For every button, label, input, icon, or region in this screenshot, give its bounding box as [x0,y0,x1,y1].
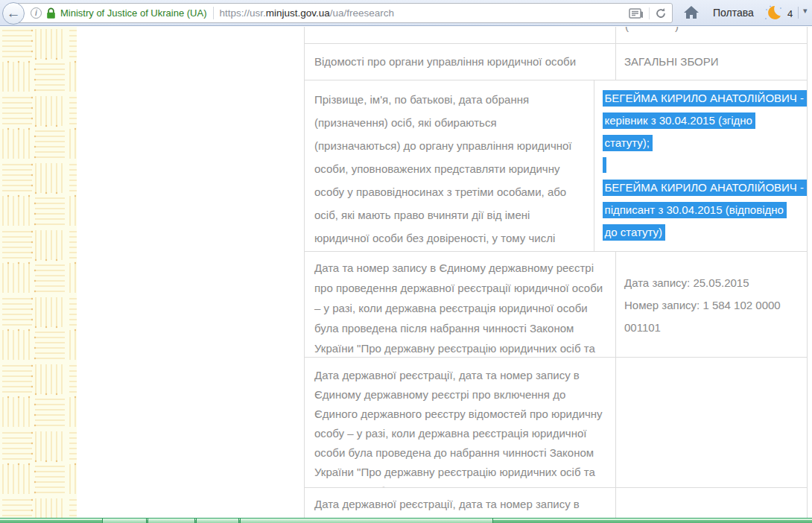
selected-line: керівник з 30.04.2015 (згідно [603,112,755,129]
page-content: ( ) Відомості про органи управління юрид… [0,27,812,523]
navigation-toolbar: ← i Ministry of Justice of Ukraine (UA) … [0,0,812,26]
row-value: ЗАГАЛЬНІ ЗБОРИ [616,44,807,80]
row-value: БЕГЕЙМА КИРИЛО АНАТОЛІЙОВИЧ - керівник з… [594,80,807,251]
url-bar[interactable]: i Ministry of Justice of Ukraine (UA) ht… [13,3,673,23]
lock-icon[interactable] [46,7,56,19]
row-label: Прізвище, ім'я, по батькові, дата обранн… [305,80,594,251]
reload-icon[interactable] [655,7,667,19]
table-row-registration-record: Дата та номер запису в Єдиному державном… [305,252,807,358]
clipped-text-fragment: ( [625,27,629,32]
identity-separator [213,7,214,19]
url-domain: minjust.gov.ua [266,7,330,19]
reader-mode-icon[interactable] [629,8,644,19]
selected-empty-line [603,157,606,173]
record-number: Номер запису: 1 584 102 0000 001101 [624,294,807,339]
registry-table: ( ) Відомості про органи управління юрид… [304,27,808,523]
urlbar-separator [649,7,650,19]
table-row-governing-bodies: Відомості про органи управління юридично… [305,44,807,80]
browser-window: ← i Ministry of Justice of Ukraine (UA) … [0,0,812,523]
selected-text-block[interactable]: БЕГЕЙМА КИРИЛО АНАТОЛІЙОВИЧ - керівник з… [603,80,807,247]
weather-widget[interactable]: 4 [763,4,793,23]
row-label: Відомості про органи управління юридично… [305,44,616,80]
selected-line: до статуту) [603,224,666,241]
row-label: Дата та номер запису в Єдиному державном… [305,252,616,357]
selected-line: підписант з 30.04.2015 (відповідно [603,202,787,218]
page-background-pattern [0,27,77,519]
row-value: ( ) [616,27,807,43]
table-row-state-registration: Дата державної реєстрації, дата та номер… [305,358,807,488]
url-path: /ua/freesearch [330,7,394,19]
page-info-icon[interactable]: i [31,7,42,19]
record-date: Дата запису: 25.05.2015 [624,272,807,294]
weather-moon-icon [763,4,784,23]
home-icon[interactable] [683,4,700,21]
taskbar-button[interactable] [196,519,239,523]
weather-temp: 4 [787,8,793,19]
clipped-text-fragment: ) [675,27,679,32]
taskbar-button[interactable] [240,519,493,523]
row-value: Дата запису: 25.05.2015 Номер запису: 1 … [616,252,807,357]
selected-line: БЕГЕЙМА КИРИЛО АНАТОЛІЙОВИЧ - [603,90,807,107]
row-label [305,27,616,43]
selected-line: БЕГЕЙМА КИРИЛО АНАТОЛІЙОВИЧ - [603,180,807,196]
weather-city-label[interactable]: Полтава [713,7,754,19]
table-row-partial-top: ( ) [305,27,807,44]
row-label: Дата державної реєстрації, дата та номер… [305,358,616,487]
site-identity-label[interactable]: Ministry of Justice of Ukraine (UA) [60,7,207,19]
table-row-officials: Прізвище, ім'я, по батькові, дата обранн… [305,80,807,252]
taskbar-button[interactable] [148,519,195,523]
taskbar-edge[interactable] [0,518,812,523]
url-prefix: https://usr. [220,7,266,19]
selected-line: статуту); [603,135,653,151]
taskbar-button[interactable] [102,519,147,523]
url-text[interactable]: https://usr.minjust.gov.ua/ua/freesearch [220,7,395,19]
chevron-down-icon[interactable]: ▾ [803,6,808,16]
toolbar-separator [798,7,799,19]
row-value [616,358,807,487]
back-button[interactable]: ← [2,2,25,25]
